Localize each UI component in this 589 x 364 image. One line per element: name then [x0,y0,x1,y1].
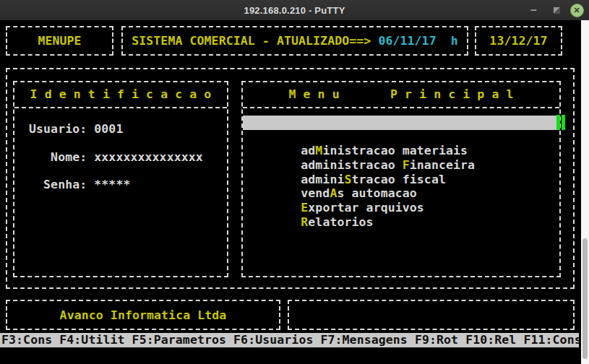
putty-window: 192.168.0.210 - PuTTY − ✕ MENUPE SISTEMA… [0,0,589,364]
update-date: 06/11/17 h [378,34,457,48]
company-name: Avanco Informatica Ltda [7,301,279,329]
window-title: 192.168.0.210 - PuTTY [244,5,345,16]
program-name-box: MENUPE [6,26,113,56]
identification-title: I d e n t i f i c a c a o [14,82,227,108]
minimize-icon: − [530,4,536,17]
company-box: Avanco Informatica Ltda [6,300,280,330]
scrollbar-thumb[interactable] [582,238,588,359]
usuario-field[interactable]: Usuario: 0001 [29,116,203,144]
menu-item-relatorios[interactable]: Relatorios [243,201,556,215]
menu-item-cadastros-basicos[interactable]: û Cadastros basicos [243,116,556,130]
window-titlebar[interactable]: 192.168.0.210 - PuTTY − ✕ [0,0,589,20]
menu-item-administracao-materiais[interactable]: adMinistracao materiais [243,130,556,144]
system-title: SISTEMA COMERCIAL - ATUALIZADO==> [132,34,378,48]
identification-fields: Usuario: 0001 Nome: xxxxxxxxxxxxxxx Senh… [29,116,203,199]
maximize-icon [554,7,560,14]
close-icon: ✕ [570,4,584,17]
message-box [288,300,575,330]
close-button[interactable]: ✕ [568,0,585,20]
nome-field[interactable]: Nome: xxxxxxxxxxxxxxx [29,144,203,172]
minimize-button[interactable]: − [525,0,541,20]
menu-item-vendas-automacao[interactable]: vendAs automacao [243,173,556,187]
senha-field[interactable]: Senha: ***** [29,171,203,199]
main-menu-title: M e n u P r i n c i p a l [243,82,559,108]
menu-item-administracao-fiscal[interactable]: adminiStracao fiscal [243,158,556,173]
menu-item-exportar-arquivos[interactable]: Exportar arquivos [243,186,556,201]
main-menu-list: û Cadastros basicos adMinistracao materi… [243,116,556,215]
current-date-box: 13/12/17 [475,26,562,56]
menu-item-administracao-financeira[interactable]: administracao Financeira [243,144,556,158]
selection-scroll-indicator-icon [556,115,565,130]
maximize-button[interactable] [549,0,564,20]
program-name: MENUPE [7,27,112,54]
current-date: 13/12/17 [476,27,561,54]
function-key-bar: F3:Cons F4:Utilit F5:Parametros F6:Usuar… [0,333,579,347]
system-title-box: SISTEMA COMERCIAL - ATUALIZADO==> 06/11/… [121,26,468,56]
